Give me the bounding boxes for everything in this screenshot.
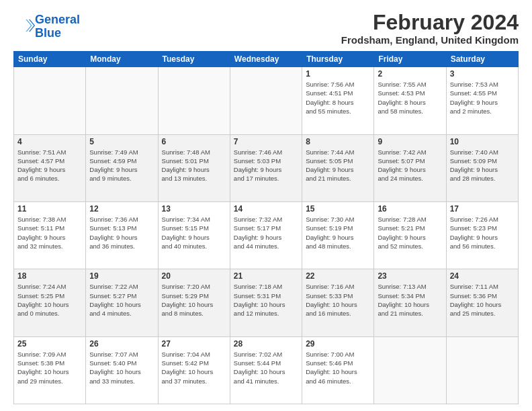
day-info: Sunrise: 7:26 AM Sunset: 5:23 PM Dayligh… bbox=[450, 215, 515, 250]
table-row: 17Sunrise: 7:26 AM Sunset: 5:23 PM Dayli… bbox=[446, 201, 518, 269]
day-info: Sunrise: 7:09 AM Sunset: 5:38 PM Dayligh… bbox=[17, 350, 82, 385]
col-monday: Monday bbox=[86, 52, 158, 67]
day-info: Sunrise: 7:48 AM Sunset: 5:01 PM Dayligh… bbox=[162, 148, 226, 183]
day-number: 17 bbox=[450, 204, 515, 214]
table-row: 13Sunrise: 7:34 AM Sunset: 5:15 PM Dayli… bbox=[158, 201, 230, 269]
title-block: February 2024 Frodsham, England, United … bbox=[341, 11, 519, 46]
day-info: Sunrise: 7:20 AM Sunset: 5:29 PM Dayligh… bbox=[162, 282, 226, 318]
table-row: 29Sunrise: 7:00 AM Sunset: 5:46 PM Dayli… bbox=[302, 336, 374, 404]
day-number: 25 bbox=[17, 339, 82, 349]
day-info: Sunrise: 7:13 AM Sunset: 5:34 PM Dayligh… bbox=[378, 282, 442, 318]
day-number: 9 bbox=[378, 137, 442, 146]
day-info: Sunrise: 7:53 AM Sunset: 4:55 PM Dayligh… bbox=[450, 80, 515, 116]
table-row: 7Sunrise: 7:46 AM Sunset: 5:03 PM Daylig… bbox=[230, 134, 302, 201]
day-number: 15 bbox=[306, 204, 370, 214]
table-row: 9Sunrise: 7:42 AM Sunset: 5:07 PM Daylig… bbox=[374, 134, 446, 201]
col-wednesday: Wednesday bbox=[230, 52, 302, 67]
table-row: 10Sunrise: 7:40 AM Sunset: 5:09 PM Dayli… bbox=[446, 134, 518, 201]
day-info: Sunrise: 7:32 AM Sunset: 5:17 PM Dayligh… bbox=[234, 215, 298, 250]
day-number: 12 bbox=[89, 204, 154, 214]
day-info: Sunrise: 7:16 AM Sunset: 5:33 PM Dayligh… bbox=[306, 282, 370, 318]
table-row bbox=[158, 67, 230, 134]
day-number: 23 bbox=[378, 271, 442, 281]
calendar-week-row: 25Sunrise: 7:09 AM Sunset: 5:38 PM Dayli… bbox=[14, 336, 519, 404]
day-number: 16 bbox=[378, 204, 442, 214]
table-row: 12Sunrise: 7:36 AM Sunset: 5:13 PM Dayli… bbox=[86, 201, 158, 269]
day-info: Sunrise: 7:24 AM Sunset: 5:25 PM Dayligh… bbox=[17, 282, 82, 318]
table-row: 20Sunrise: 7:20 AM Sunset: 5:29 PM Dayli… bbox=[158, 269, 230, 336]
day-number: 2 bbox=[378, 69, 442, 79]
table-row: 3Sunrise: 7:53 AM Sunset: 4:55 PM Daylig… bbox=[446, 67, 518, 134]
table-row: 24Sunrise: 7:11 AM Sunset: 5:36 PM Dayli… bbox=[446, 269, 518, 336]
col-friday: Friday bbox=[374, 52, 446, 67]
day-number: 14 bbox=[234, 204, 298, 214]
table-row: 14Sunrise: 7:32 AM Sunset: 5:17 PM Dayli… bbox=[230, 201, 302, 269]
table-row: 18Sunrise: 7:24 AM Sunset: 5:25 PM Dayli… bbox=[14, 269, 86, 336]
logo-text: General Blue bbox=[35, 13, 80, 40]
table-row: 15Sunrise: 7:30 AM Sunset: 5:19 PM Dayli… bbox=[302, 201, 374, 269]
day-number: 20 bbox=[162, 271, 226, 281]
day-number: 4 bbox=[17, 137, 82, 146]
table-row bbox=[230, 67, 302, 134]
day-info: Sunrise: 7:46 AM Sunset: 5:03 PM Dayligh… bbox=[234, 148, 298, 183]
day-info: Sunrise: 7:36 AM Sunset: 5:13 PM Dayligh… bbox=[89, 215, 154, 250]
day-info: Sunrise: 7:56 AM Sunset: 4:51 PM Dayligh… bbox=[306, 80, 370, 116]
day-info: Sunrise: 7:22 AM Sunset: 5:27 PM Dayligh… bbox=[89, 282, 154, 318]
table-row: 23Sunrise: 7:13 AM Sunset: 5:34 PM Dayli… bbox=[374, 269, 446, 336]
day-number: 11 bbox=[17, 204, 82, 214]
table-row: 11Sunrise: 7:38 AM Sunset: 5:11 PM Dayli… bbox=[14, 201, 86, 269]
calendar-week-row: 4Sunrise: 7:51 AM Sunset: 4:57 PM Daylig… bbox=[14, 134, 519, 201]
page: General Blue February 2024 Frodsham, Eng… bbox=[0, 0, 532, 411]
day-info: Sunrise: 7:11 AM Sunset: 5:36 PM Dayligh… bbox=[450, 282, 515, 318]
table-row: 16Sunrise: 7:28 AM Sunset: 5:21 PM Dayli… bbox=[374, 201, 446, 269]
day-number: 22 bbox=[306, 271, 370, 281]
day-number: 1 bbox=[306, 69, 370, 79]
table-row: 6Sunrise: 7:48 AM Sunset: 5:01 PM Daylig… bbox=[158, 134, 230, 201]
col-tuesday: Tuesday bbox=[158, 52, 230, 67]
day-number: 13 bbox=[162, 204, 226, 214]
day-number: 8 bbox=[306, 137, 370, 146]
day-number: 7 bbox=[234, 137, 298, 146]
day-info: Sunrise: 7:28 AM Sunset: 5:21 PM Dayligh… bbox=[378, 215, 442, 250]
header: General Blue February 2024 Frodsham, Eng… bbox=[13, 11, 519, 46]
col-thursday: Thursday bbox=[302, 52, 374, 67]
day-number: 27 bbox=[162, 339, 226, 349]
day-info: Sunrise: 7:49 AM Sunset: 4:59 PM Dayligh… bbox=[89, 148, 154, 183]
day-number: 19 bbox=[89, 271, 154, 281]
calendar-table: Sunday Monday Tuesday Wednesday Thursday… bbox=[13, 51, 519, 404]
calendar-week-row: 1Sunrise: 7:56 AM Sunset: 4:51 PM Daylig… bbox=[14, 67, 519, 134]
table-row bbox=[446, 336, 518, 404]
col-saturday: Saturday bbox=[446, 52, 518, 67]
table-row: 27Sunrise: 7:04 AM Sunset: 5:42 PM Dayli… bbox=[158, 336, 230, 404]
calendar-week-row: 18Sunrise: 7:24 AM Sunset: 5:25 PM Dayli… bbox=[14, 269, 519, 336]
table-row: 28Sunrise: 7:02 AM Sunset: 5:44 PM Dayli… bbox=[230, 336, 302, 404]
table-row bbox=[14, 67, 86, 134]
day-info: Sunrise: 7:18 AM Sunset: 5:31 PM Dayligh… bbox=[234, 282, 298, 318]
table-row: 22Sunrise: 7:16 AM Sunset: 5:33 PM Dayli… bbox=[302, 269, 374, 336]
day-info: Sunrise: 7:34 AM Sunset: 5:15 PM Dayligh… bbox=[162, 215, 226, 250]
day-number: 26 bbox=[89, 339, 154, 349]
day-info: Sunrise: 7:55 AM Sunset: 4:53 PM Dayligh… bbox=[378, 80, 442, 116]
table-row: 21Sunrise: 7:18 AM Sunset: 5:31 PM Dayli… bbox=[230, 269, 302, 336]
table-row: 1Sunrise: 7:56 AM Sunset: 4:51 PM Daylig… bbox=[302, 67, 374, 134]
day-info: Sunrise: 7:30 AM Sunset: 5:19 PM Dayligh… bbox=[306, 215, 370, 250]
day-number: 21 bbox=[234, 271, 298, 281]
table-row bbox=[374, 336, 446, 404]
day-number: 28 bbox=[234, 339, 298, 349]
day-info: Sunrise: 7:07 AM Sunset: 5:40 PM Dayligh… bbox=[89, 350, 154, 385]
day-number: 6 bbox=[162, 137, 226, 146]
table-row: 4Sunrise: 7:51 AM Sunset: 4:57 PM Daylig… bbox=[14, 134, 86, 201]
day-number: 5 bbox=[89, 137, 154, 146]
logo: General Blue bbox=[13, 13, 80, 40]
day-info: Sunrise: 7:38 AM Sunset: 5:11 PM Dayligh… bbox=[17, 215, 82, 250]
table-row: 26Sunrise: 7:07 AM Sunset: 5:40 PM Dayli… bbox=[86, 336, 158, 404]
day-number: 18 bbox=[17, 271, 82, 281]
table-row: 2Sunrise: 7:55 AM Sunset: 4:53 PM Daylig… bbox=[374, 67, 446, 134]
main-title: February 2024 bbox=[341, 11, 519, 34]
day-info: Sunrise: 7:04 AM Sunset: 5:42 PM Dayligh… bbox=[162, 350, 226, 385]
table-row: 5Sunrise: 7:49 AM Sunset: 4:59 PM Daylig… bbox=[86, 134, 158, 201]
day-info: Sunrise: 7:44 AM Sunset: 5:05 PM Dayligh… bbox=[306, 148, 370, 183]
subtitle: Frodsham, England, United Kingdom bbox=[341, 34, 519, 46]
col-sunday: Sunday bbox=[14, 52, 86, 67]
day-number: 3 bbox=[450, 69, 515, 79]
